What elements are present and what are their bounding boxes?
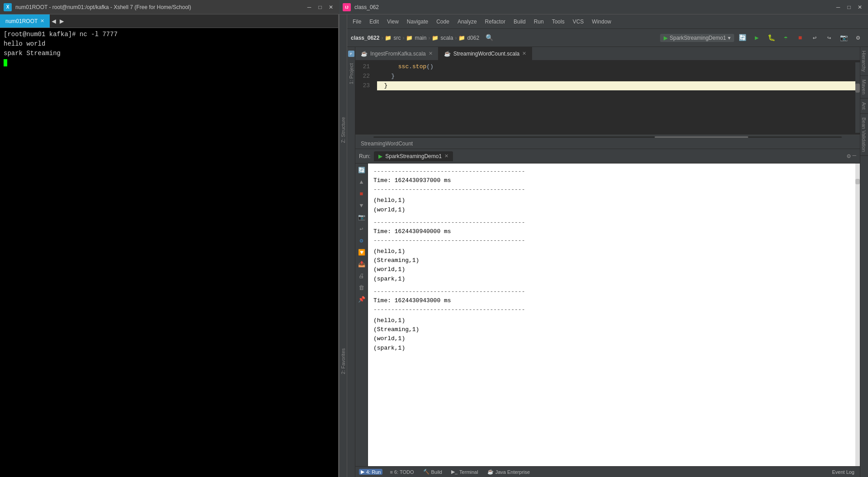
breadcrumb-scala: scala <box>440 35 453 41</box>
status-java-label: Java Enterprise <box>495 469 530 475</box>
run-tab-close[interactable]: ✕ <box>444 153 448 159</box>
run-pin-btn[interactable]: 📌 <box>357 295 367 304</box>
menu-build[interactable]: Build <box>510 17 529 27</box>
breadcrumb-folder-icon: 📁 <box>385 35 392 41</box>
tab1-close[interactable]: ✕ <box>429 51 433 56</box>
xshell-close-btn[interactable]: ✕ <box>326 3 335 12</box>
terminal-cursor-line <box>4 58 335 68</box>
xshell-tab-close[interactable]: ✕ <box>40 18 44 24</box>
run-delete-btn[interactable]: 🗑 <box>357 283 367 293</box>
line-num-22: 22 <box>355 72 370 81</box>
toolbar-stop-btn[interactable]: ■ <box>794 32 807 44</box>
toolbar-debug-btn[interactable]: 🐛 <box>765 32 778 44</box>
xshell-tab-bar: num01ROOT ✕ ◀ ▶ <box>0 14 338 28</box>
menu-vcs[interactable]: VCS <box>569 17 588 27</box>
menu-analyze[interactable]: Analyze <box>454 17 481 27</box>
run-camera-btn[interactable]: 📷 <box>357 212 367 222</box>
xshell-maximize-btn[interactable]: □ <box>316 3 325 12</box>
sidebar-bean-validation[interactable]: Bean Validation <box>860 114 868 156</box>
toolbar-back-btn[interactable]: ↩ <box>808 32 821 44</box>
tab2-icon: ☕ <box>444 51 451 57</box>
editor-tab-ingest[interactable]: ☕ IngestFromKafka.scala ✕ <box>355 47 439 60</box>
run-scroll-down-btn[interactable]: ▼ <box>357 201 367 210</box>
status-event-log-btn[interactable]: Event Log <box>830 469 856 475</box>
data-world-3: (world,1) <box>373 334 850 343</box>
data-spark-3: (spark,1) <box>373 344 850 353</box>
status-todo-btn[interactable]: ≡ 6: TODO <box>388 469 415 475</box>
code-editor: 21 22 23 ssc.stop() } } <box>355 61 860 135</box>
run-share-btn[interactable]: 📤 <box>357 259 367 269</box>
run-stop-btn[interactable]: ■ <box>357 189 367 199</box>
data-spark-2: (spark,1) <box>373 275 850 284</box>
breadcrumb-d062: d062 <box>467 35 479 41</box>
code-line-21: ssc.stop() <box>377 62 855 72</box>
ij-minimize-btn[interactable]: ─ <box>834 3 843 12</box>
menu-view[interactable]: View <box>383 17 402 27</box>
separator-1: ----------------------------------------… <box>373 167 850 176</box>
ij-close-btn[interactable]: ✕ <box>855 3 864 12</box>
run-body: 🔄 ▲ ■ ▼ 📷 ↩ ⚙ 🔽 📤 🖨 🗑 <box>355 164 860 466</box>
menu-run[interactable]: Run <box>530 17 547 27</box>
status-run-label: 4: Run <box>366 469 381 475</box>
run-filter-btn[interactable]: 🔽 <box>357 248 367 257</box>
menu-file[interactable]: File <box>349 17 365 27</box>
editor-tab-streaming[interactable]: ☕ StreamingWordCount.scala ✕ <box>439 47 533 60</box>
breadcrumb: class_0622 › 📁 src › 📁 main › 📁 scala › … <box>351 35 479 41</box>
separator-2b: ----------------------------------------… <box>373 236 850 245</box>
xshell-nav-right[interactable]: ▶ <box>58 14 66 28</box>
run-scroll-up-btn[interactable]: ▲ <box>357 177 367 187</box>
menu-refactor[interactable]: Refactor <box>481 17 509 27</box>
xshell-tab-num01root[interactable]: num01ROOT ✕ <box>0 14 50 28</box>
breadcrumb-sep4: › <box>455 35 457 41</box>
tab2-close[interactable]: ✕ <box>522 51 526 56</box>
run-restart-btn[interactable]: 🔄 <box>357 165 367 175</box>
sidebar-maven[interactable]: Maven <box>860 76 868 98</box>
menu-window[interactable]: Window <box>588 17 615 27</box>
toolbar-settings-btn[interactable]: ⚙ <box>852 32 864 44</box>
status-run-btn[interactable]: ▶ 4: Run <box>359 469 382 475</box>
ij-project-sidebar[interactable]: P 1: Project <box>347 47 355 477</box>
time-line-1: Time: 1624430937000 ms <box>373 176 850 185</box>
sidebar-hierarchy[interactable]: Hierarchy <box>860 47 868 76</box>
breadcrumb-src: src <box>393 35 401 41</box>
status-java-btn[interactable]: ☕ Java Enterprise <box>486 469 532 475</box>
code-line-22: } <box>377 72 855 81</box>
line-num-21: 21 <box>355 62 370 72</box>
breadcrumb-sep1: › <box>381 35 383 41</box>
code-content[interactable]: ssc.stop() } } <box>373 62 855 133</box>
build-icon: 🔨 <box>423 469 429 475</box>
run-config-selector[interactable]: ▶ SparkStreamingDemo1 ▾ <box>660 34 734 42</box>
run-minimize-btn[interactable]: ─ <box>853 152 856 160</box>
status-build-btn[interactable]: 🔨 Build <box>421 469 444 475</box>
toolbar-forward-btn[interactable]: ↪ <box>823 32 835 44</box>
menu-code[interactable]: Code <box>433 17 453 27</box>
xshell-minimize-btn[interactable]: ─ <box>305 3 314 12</box>
data-world-1: (world,1) <box>373 206 850 215</box>
breadcrumb-sep2: › <box>402 35 404 41</box>
run-tab-icon: ▶ <box>378 153 382 159</box>
menu-edit[interactable]: Edit <box>366 17 382 27</box>
sidebar-ant[interactable]: Ant <box>860 98 868 114</box>
run-settings-btn[interactable]: ⚙ <box>847 152 850 160</box>
separator-1b: ----------------------------------------… <box>373 185 850 194</box>
xshell-nav-left[interactable]: ◀ <box>50 14 58 28</box>
run-settings2-btn[interactable]: ⚙ <box>357 236 367 246</box>
run-print-btn[interactable]: 🖨 <box>357 271 367 281</box>
toolbar-build-btn[interactable]: 🔄 <box>736 32 749 44</box>
toolbar-search-btn[interactable]: 🔍 <box>483 32 495 44</box>
run-tab-streaming[interactable]: ▶ SparkStreamingDemo1 ✕ <box>374 151 453 161</box>
run-header: Run: ▶ SparkStreamingDemo1 ✕ ⚙ ─ <box>355 149 860 164</box>
ij-maximize-btn[interactable]: □ <box>844 3 854 12</box>
run-block-2: ----------------------------------------… <box>373 218 850 287</box>
status-terminal-btn[interactable]: ▶_ Terminal <box>449 469 480 475</box>
z-structure-sidebar[interactable]: Z: Structure 2: Favorites <box>339 14 347 477</box>
toolbar-run-btn[interactable]: ▶ <box>750 32 763 44</box>
breadcrumb-project: class_0622 <box>351 35 379 41</box>
status-bar: ▶ 4: Run ≡ 6: TODO 🔨 Build ▶_ Termina <box>355 466 860 477</box>
ij-right-sidebars: Hierarchy Maven Ant Bean Validation <box>860 47 868 477</box>
menu-navigate[interactable]: Navigate <box>403 17 432 27</box>
run-wrap-btn[interactable]: ↩ <box>357 224 367 234</box>
toolbar-coverage-btn[interactable]: ☂ <box>779 32 792 44</box>
toolbar-camera-btn[interactable]: 📷 <box>837 32 850 44</box>
menu-tools[interactable]: Tools <box>548 17 568 27</box>
